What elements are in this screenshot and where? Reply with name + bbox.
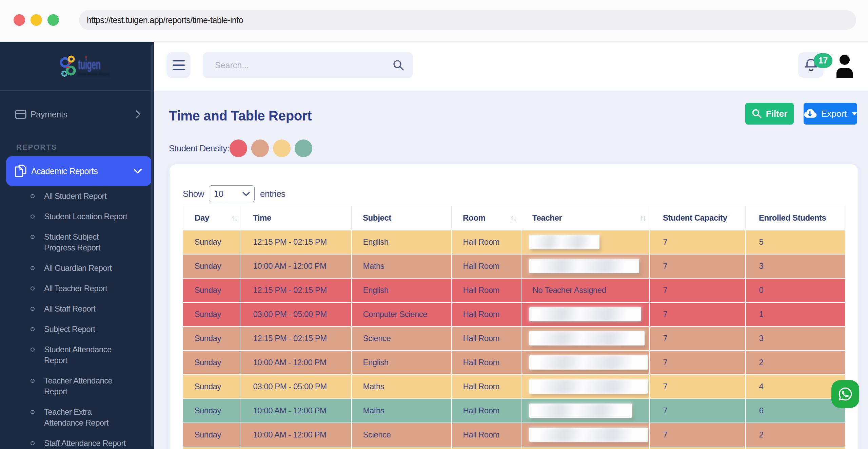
table-row[interactable]: Sunday12:15 PM - 02:15 PMScienceHall Roo… bbox=[183, 326, 845, 351]
cell-subject: Science bbox=[352, 326, 452, 351]
cell-student-capacity: 7 bbox=[649, 423, 746, 447]
table-row[interactable]: Sunday12:15 PM - 02:15 PMEnglishHall Roo… bbox=[183, 230, 845, 254]
table-row[interactable]: Sunday10:00 AM - 12:00 PMScienceHall Roo… bbox=[183, 423, 845, 447]
brand-logo[interactable]: tuigen Save Admin Hours bbox=[60, 53, 120, 79]
cell-day: Sunday bbox=[183, 302, 240, 326]
cell-room: Hall Room bbox=[452, 278, 521, 302]
cell-enrolled-students: 2 bbox=[746, 423, 845, 447]
density-dots bbox=[230, 139, 312, 157]
cell-student-capacity: 7 bbox=[649, 399, 746, 423]
cell-subject: Computer Science bbox=[352, 302, 452, 326]
sidebar-item-academic-reports[interactable]: Academic Reports bbox=[6, 156, 152, 186]
user-icon bbox=[836, 54, 853, 78]
cell-student-capacity: 7 bbox=[649, 302, 746, 326]
cell-enrolled-students: 1 bbox=[746, 302, 845, 326]
sidebar-subitem-all-staff-report[interactable]: All Staff Report bbox=[0, 299, 149, 319]
cell-day: Sunday bbox=[183, 399, 240, 423]
window-zoom-button[interactable] bbox=[47, 14, 59, 26]
column-header-student-capacity: Student Capacity bbox=[649, 206, 746, 230]
cell-room: Hall Room bbox=[452, 302, 521, 326]
filter-button[interactable]: Filter bbox=[745, 103, 794, 125]
cell-teacher bbox=[521, 375, 649, 399]
table-row[interactable]: Sunday03:00 PM - 05:00 PMComputer Scienc… bbox=[183, 302, 845, 326]
cell-enrolled-students: 6 bbox=[746, 399, 845, 423]
export-button[interactable]: Export bbox=[804, 103, 857, 125]
search-box bbox=[203, 52, 413, 78]
column-header-subject: Subject bbox=[352, 206, 452, 230]
column-header-room[interactable]: Room↑↓ bbox=[452, 206, 521, 230]
sidebar-subitem-all-student-report[interactable]: All Student Report bbox=[0, 186, 149, 206]
cell-time: 10:00 AM - 12:00 PM bbox=[240, 254, 352, 278]
search-icon[interactable] bbox=[393, 59, 404, 71]
sidebar-item-payments[interactable]: Payments bbox=[0, 101, 154, 127]
sidebar-subitem-all-teacher-report[interactable]: All Teacher Report bbox=[0, 278, 149, 299]
sidebar-subitem-label: Student Attendance Report bbox=[44, 344, 127, 366]
cell-enrolled-students: 2 bbox=[746, 351, 845, 375]
column-header-teacher[interactable]: Teacher↑↓ bbox=[521, 206, 649, 230]
redacted-teacher-blur bbox=[529, 379, 648, 394]
table-row[interactable]: Sunday10:00 AM - 12:00 PMMathsHall Room7… bbox=[183, 254, 845, 278]
sidebar-subitem-all-guardian-report[interactable]: All Guardian Report bbox=[0, 258, 149, 278]
cell-enrolled-students: 4 bbox=[746, 375, 845, 399]
table-row[interactable]: Sunday12:15 PM - 02:15 PMEnglishHall Roo… bbox=[183, 278, 845, 302]
user-avatar[interactable] bbox=[836, 54, 853, 78]
cell-day: Sunday bbox=[183, 375, 240, 399]
whatsapp-button[interactable] bbox=[831, 380, 859, 408]
table-row[interactable]: Sunday10:00 AM - 12:00 PMEnglishHall Roo… bbox=[183, 351, 845, 375]
page-size-select[interactable]: 10 bbox=[209, 185, 255, 202]
window-minimize-button[interactable] bbox=[31, 14, 42, 26]
cell-time: 10:00 AM - 12:00 PM bbox=[240, 351, 352, 375]
address-bar[interactable]: https://test.tuigen.app/reports/time-tab… bbox=[79, 10, 856, 30]
cell-room: Hall Room bbox=[452, 230, 521, 254]
density-dot-1 bbox=[251, 139, 269, 157]
cell-subject: English bbox=[352, 230, 452, 254]
page-title: Time and Table Report bbox=[169, 108, 312, 124]
redacted-teacher-blur bbox=[529, 331, 645, 345]
hamburger-icon bbox=[173, 60, 185, 61]
sidebar-scrollbar[interactable] bbox=[151, 44, 153, 447]
sidebar-subitem-teacher-extra-attendance-report[interactable]: Teacher Extra Attendance Report bbox=[0, 402, 149, 433]
notification-count-badge: 17 bbox=[814, 53, 832, 68]
window-close-button[interactable] bbox=[14, 14, 25, 26]
cell-enrolled-students: 0 bbox=[746, 278, 845, 302]
sidebar-item-label: Payments bbox=[31, 110, 67, 119]
cell-day: Sunday bbox=[183, 351, 240, 375]
sidebar-subitem-subject-report[interactable]: Subject Report bbox=[0, 319, 149, 339]
cell-day bbox=[183, 447, 240, 449]
cell-enrolled-students: 3 bbox=[746, 326, 845, 351]
sort-icon[interactable]: ↑↓ bbox=[231, 213, 237, 223]
density-dot-3 bbox=[295, 139, 312, 157]
timetable-table: Day↑↓TimeSubjectRoom↑↓Teacher↑↓Student C… bbox=[183, 206, 845, 449]
sidebar-subitem-teacher-attendance-report[interactable]: Teacher Attendance Report bbox=[0, 371, 149, 402]
cell-subject: Science bbox=[352, 423, 452, 447]
menu-toggle-button[interactable] bbox=[166, 52, 191, 78]
sidebar-subitem-student-subject-progress-report[interactable]: Student Subject Progress Report bbox=[0, 227, 149, 258]
filter-search-icon bbox=[752, 109, 762, 119]
browser-chrome: https://test.tuigen.app/reports/time-tab… bbox=[0, 0, 868, 42]
redacted-teacher-blur bbox=[529, 235, 599, 249]
column-header-day[interactable]: Day↑↓ bbox=[183, 206, 240, 230]
redacted-teacher-blur bbox=[529, 307, 641, 321]
sort-icon[interactable]: ↑↓ bbox=[640, 213, 646, 223]
table-row[interactable]: Sunday03:00 PM - 05:00 PMMathsHall Room7… bbox=[183, 375, 845, 399]
sort-icon[interactable]: ↑↓ bbox=[510, 213, 516, 223]
table-row[interactable]: Sunday10:00 AM - 12:00 PMMathsHall Room7… bbox=[183, 399, 845, 423]
sidebar-subitem-student-attendance-report[interactable]: Student Attendance Report bbox=[0, 339, 149, 371]
cell-subject: Maths bbox=[352, 375, 452, 399]
cell-student-capacity: 7 bbox=[649, 230, 746, 254]
sidebar-subitem-staff-attendance-report[interactable]: Staff Attendance Report bbox=[0, 433, 149, 449]
sidebar-subitem-student-location-report[interactable]: Student Location Report bbox=[0, 206, 149, 227]
sidebar-submenu: All Student ReportStudent Location Repor… bbox=[0, 186, 149, 449]
sidebar-subitem-label: Teacher Extra Attendance Report bbox=[44, 407, 127, 428]
cell-room bbox=[452, 447, 521, 449]
cell-room: Hall Room bbox=[452, 375, 521, 399]
search-input[interactable] bbox=[203, 60, 393, 70]
table-row[interactable] bbox=[183, 447, 845, 449]
sidebar-subitem-label: Student Location Report bbox=[44, 211, 127, 222]
cell-time: 12:15 PM - 02:15 PM bbox=[240, 278, 352, 302]
cell-teacher bbox=[521, 254, 649, 278]
app-header: 17 bbox=[154, 42, 868, 91]
sidebar-subitem-label: All Teacher Report bbox=[44, 283, 107, 294]
cell-teacher bbox=[521, 230, 649, 254]
cell-time: 12:15 PM - 02:15 PM bbox=[240, 230, 352, 254]
